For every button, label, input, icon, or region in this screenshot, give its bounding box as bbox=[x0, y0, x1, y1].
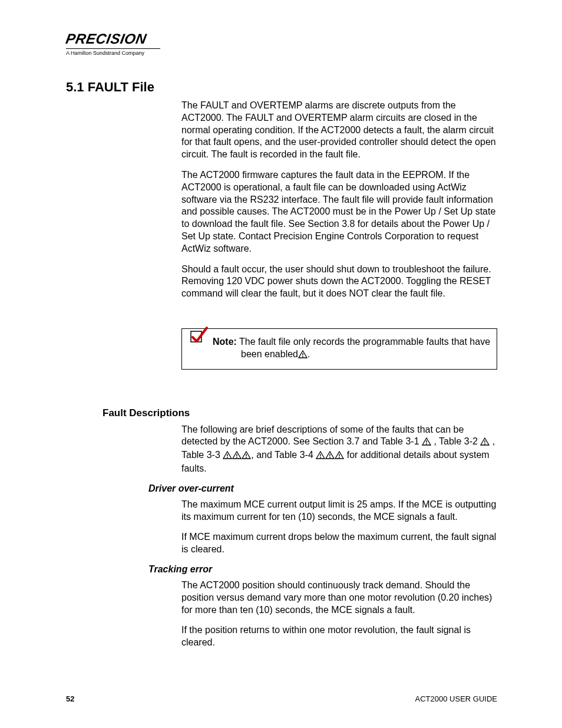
footer: 52 ACT2000 USER GUIDE bbox=[66, 694, 497, 703]
logo: PRECISION A Hamilton Sundstrand Company bbox=[66, 31, 497, 56]
svg-point-12 bbox=[246, 457, 247, 458]
driver-over-current-heading: Driver over-current bbox=[148, 483, 497, 494]
note-label: Note: bbox=[213, 337, 237, 347]
paragraph-2: The ACT2000 firmware captures the fault … bbox=[181, 169, 497, 255]
svg-point-6 bbox=[484, 443, 485, 444]
warning-icon bbox=[325, 450, 335, 463]
svg-point-4 bbox=[426, 443, 427, 444]
note-body-line2: been enabled bbox=[241, 349, 298, 359]
svg-point-14 bbox=[320, 457, 321, 458]
note-box: Note: The fault file only records the pr… bbox=[181, 328, 497, 370]
tracking-error-p2: If the position returns to within one mo… bbox=[181, 624, 497, 649]
checkmark-icon bbox=[189, 324, 209, 344]
intro-paragraph: The following are brief descriptions of … bbox=[181, 424, 497, 475]
warning-icon bbox=[223, 450, 232, 463]
svg-point-2 bbox=[302, 356, 303, 357]
driver-over-current-p1: The maximum MCE current output limit is … bbox=[181, 499, 497, 523]
fault-descriptions-intro: The following are brief descriptions of … bbox=[181, 424, 497, 475]
paragraph-1: The FAULT and OVERTEMP alarms are discre… bbox=[181, 100, 497, 161]
tracking-error-heading: Tracking error bbox=[148, 564, 497, 575]
logo-divider bbox=[66, 48, 160, 49]
doc-title: ACT2000 USER GUIDE bbox=[415, 694, 497, 703]
driver-over-current-body: The maximum MCE current output limit is … bbox=[181, 499, 497, 556]
warning-icon bbox=[480, 437, 490, 449]
warning-icon bbox=[298, 350, 308, 362]
note-text: Note: The fault file only records the pr… bbox=[213, 336, 491, 362]
note-body-suffix: . bbox=[308, 349, 310, 359]
svg-point-10 bbox=[236, 457, 237, 458]
note-body-line1: The fault file only records the programm… bbox=[237, 337, 490, 347]
warning-icon bbox=[335, 450, 344, 463]
warning-icon bbox=[422, 437, 431, 449]
page-number: 52 bbox=[66, 694, 74, 703]
paragraph-3: Should a fault occur, the user should sh… bbox=[181, 263, 497, 300]
warning-icon bbox=[242, 450, 251, 463]
body-column: The FAULT and OVERTEMP alarms are discre… bbox=[181, 100, 497, 300]
svg-point-16 bbox=[329, 457, 330, 458]
page: PRECISION A Hamilton Sundstrand Company … bbox=[0, 0, 562, 728]
driver-over-current-p2: If MCE maximum current drops below the m… bbox=[181, 531, 497, 556]
intro-d: , and Table 3-4 bbox=[251, 450, 316, 460]
fault-descriptions-heading: Fault Descriptions bbox=[103, 407, 497, 419]
warning-icon bbox=[232, 450, 242, 463]
tracking-error-p1: The ACT2000 position should continuously… bbox=[181, 579, 497, 616]
section-heading: 5.1 FAULT File bbox=[66, 80, 497, 95]
tracking-error-body: The ACT2000 position should continuously… bbox=[181, 579, 497, 649]
logo-brand: PRECISION bbox=[65, 31, 148, 47]
logo-tagline: A Hamilton Sundstrand Company bbox=[66, 50, 497, 56]
svg-point-8 bbox=[227, 457, 228, 458]
svg-point-18 bbox=[339, 457, 340, 458]
warning-icon bbox=[316, 450, 325, 463]
intro-b: , Table 3-2 bbox=[431, 436, 480, 446]
